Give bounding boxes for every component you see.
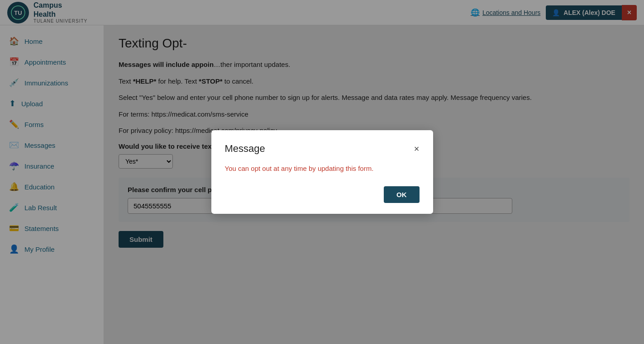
modal-footer: OK	[225, 186, 420, 203]
modal-dialog: Message × You can opt out at any time by…	[211, 130, 433, 214]
modal-title: Message	[225, 143, 265, 155]
modal-close-button[interactable]: ×	[414, 144, 420, 153]
modal-body: You can opt out at any time by updating …	[225, 164, 420, 174]
modal-overlay: Message × You can opt out at any time by…	[0, 0, 644, 344]
modal-ok-button[interactable]: OK	[384, 186, 420, 203]
modal-header: Message ×	[225, 143, 420, 155]
